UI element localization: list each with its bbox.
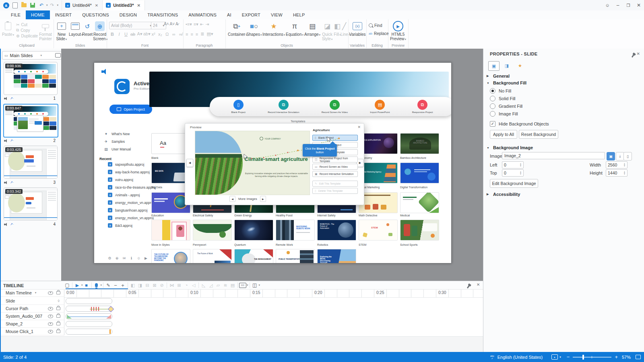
menu-transitions[interactable]: TRANSITIONS bbox=[142, 10, 183, 19]
audio-adjust-icon[interactable]: ≋ bbox=[222, 282, 229, 288]
label-tag-icon[interactable]: ◊ bbox=[58, 299, 60, 303]
fade-in-icon[interactable]: ◺ bbox=[200, 282, 207, 288]
track-row-slide[interactable]: Slide ◊ bbox=[0, 297, 64, 305]
slide-thumbnail-1[interactable]: 0:00.936 bbox=[4, 62, 58, 95]
copy-button[interactable]: ⧉Copy bbox=[16, 27, 38, 33]
preview-device-dropdown[interactable]: ▾ bbox=[559, 356, 561, 359]
align-left-icon[interactable]: ≡ bbox=[186, 32, 188, 37]
slide-audio-object-icon[interactable] bbox=[101, 69, 108, 74]
save-icon[interactable] bbox=[28, 1, 37, 9]
visibility-icon[interactable] bbox=[48, 307, 53, 311]
template-thumb-management[interactable]: THE MANAGEMENT bbox=[234, 249, 273, 263]
undo-icon[interactable]: ↶ bbox=[37, 1, 46, 9]
left-spinner[interactable]: 0▲▼ bbox=[502, 161, 524, 169]
choose-image-button[interactable]: ▣ bbox=[607, 152, 615, 160]
menu-design[interactable]: DESIGN bbox=[114, 10, 142, 19]
bullet-list-icon[interactable]: •≡▾ bbox=[186, 22, 192, 27]
tab-close-icon[interactable]: ✕ bbox=[94, 3, 99, 8]
shape-track-bar[interactable] bbox=[66, 321, 112, 327]
menu-file[interactable]: FILE bbox=[6, 10, 26, 19]
record-video-action[interactable]: ⧉Record Screen As Video bbox=[322, 100, 348, 113]
new-project-icon[interactable] bbox=[10, 1, 19, 9]
new-slide-button[interactable]: + New Slide▾ bbox=[55, 21, 68, 41]
record-narration-icon[interactable] bbox=[93, 282, 100, 288]
visibility-icon[interactable] bbox=[48, 322, 53, 326]
split-icon[interactable]: ⊘ bbox=[158, 282, 165, 288]
freeze-frame-icon[interactable]: ▱ bbox=[215, 282, 222, 288]
menu-help[interactable]: HELP bbox=[288, 10, 310, 19]
layout-button[interactable]: Layout▾ bbox=[69, 21, 82, 37]
template-thumb-quantum[interactable] bbox=[234, 220, 273, 241]
track-row-mouse-click[interactable]: Mouse Click_1 bbox=[0, 328, 64, 335]
recent-file[interactable]: away-back-home.approj bbox=[108, 170, 150, 174]
radio-solid-fill[interactable]: Solid Fill bbox=[490, 96, 516, 101]
tab-close-icon[interactable]: ✕ bbox=[136, 3, 141, 8]
increase-indent-icon[interactable]: ⇥ bbox=[205, 22, 209, 27]
container-button[interactable]: ⧉+ Container▾ bbox=[228, 21, 246, 37]
duplicate-button[interactable]: ⊕Duplicate bbox=[16, 33, 38, 39]
width-spinner[interactable]: 2560▲▼ bbox=[606, 161, 627, 169]
cc-dropdown[interactable]: ▾ bbox=[247, 284, 248, 287]
columns-icon[interactable]: ▤▾ bbox=[206, 31, 213, 37]
template-thumb-stem[interactable]: STEM bbox=[359, 220, 398, 241]
menu-insert[interactable]: INSERT bbox=[50, 10, 77, 19]
narration-dropdown[interactable]: ▾ bbox=[101, 284, 102, 287]
align-right-icon[interactable]: ≡ bbox=[196, 32, 198, 37]
document-tab-untitled3[interactable]: a Untitled3* ✕ bbox=[103, 0, 145, 10]
clear-formatting-icon[interactable]: A̷ bbox=[175, 22, 178, 26]
pin-icon[interactable] bbox=[632, 52, 634, 59]
template-thumb-digital-marketing[interactable]: Digital Marketing Agency bbox=[359, 162, 398, 183]
subscript-icon[interactable]: x₂ bbox=[157, 32, 163, 37]
top-spinner[interactable]: 0▲▼ bbox=[502, 169, 524, 177]
underline-icon[interactable]: U bbox=[123, 32, 129, 37]
blank-project-action[interactable]: ▯Blank Project bbox=[231, 100, 246, 113]
dialog-responsive-from-template-button[interactable]: ◫Responsive Project from Template bbox=[312, 156, 358, 162]
timeline-close-icon[interactable]: ✕ bbox=[477, 282, 480, 287]
find-button[interactable]: Find bbox=[369, 23, 389, 28]
spell-check-icon[interactable]: abc✓ bbox=[490, 355, 494, 360]
recent-file[interactable]: aenergy_motion_vn.approj bbox=[108, 200, 154, 205]
edit-background-image-button[interactable]: Edit Background Image bbox=[490, 179, 538, 188]
timeline-layout-icon[interactable]: ◫ bbox=[251, 282, 258, 288]
template-thumb-move-in-styles[interactable] bbox=[151, 220, 190, 241]
mouse-click-track-bar[interactable] bbox=[66, 329, 112, 335]
settings-icon[interactable]: ⚙ bbox=[107, 256, 112, 260]
template-thumb-bamboo[interactable]: BAMBOO ARCHITECTURE bbox=[400, 133, 439, 154]
superscript-icon[interactable]: x² bbox=[150, 32, 157, 37]
visibility-icon[interactable] bbox=[48, 330, 53, 333]
html5-preview-button[interactable]: ▶ HTML5 Preview▾ bbox=[390, 21, 407, 41]
menu-export[interactable]: EXPORT bbox=[237, 10, 266, 19]
template-thumb-future-of-work[interactable]: The Future of Work bbox=[193, 249, 232, 263]
menu-view[interactable]: VIEW bbox=[266, 10, 288, 19]
language-icon[interactable]: ⊕ bbox=[114, 256, 120, 260]
dialog-edit-template-button[interactable]: ✎Edit This Template bbox=[312, 181, 358, 187]
visibility-icon[interactable] bbox=[48, 291, 53, 295]
main-slides-selector[interactable]: ▭ Main Slides ▾ bbox=[2, 51, 63, 60]
lock-icon[interactable] bbox=[56, 330, 60, 333]
zoom-slider-handle[interactable] bbox=[582, 355, 584, 360]
playback-speed-icon[interactable]: ◔ bbox=[183, 282, 190, 288]
slide-track-bar[interactable] bbox=[66, 298, 112, 304]
lock-icon[interactable] bbox=[56, 307, 60, 310]
record-screen-button[interactable]: ⊕ Record Screen▾ bbox=[93, 21, 107, 41]
zoom-out-icon[interactable]: − bbox=[112, 282, 119, 288]
slide-thumbnail-4[interactable]: 0:03.342 bbox=[4, 187, 58, 220]
cut-range-icon[interactable]: ◧ bbox=[129, 282, 136, 288]
tab-slide-properties[interactable]: ▣ bbox=[488, 61, 500, 71]
numbered-list-icon[interactable]: ≡▾ bbox=[194, 22, 198, 27]
line-button[interactable]: ╱ Line▾ bbox=[341, 21, 348, 37]
visibility-icon[interactable] bbox=[48, 315, 53, 318]
stop-icon[interactable]: ■ bbox=[83, 282, 90, 288]
template-thumb-robotics[interactable]: ROBOTICS - The Future of Automation bbox=[317, 220, 356, 241]
section-general[interactable]: ▶General bbox=[487, 74, 510, 78]
image-name-input[interactable] bbox=[502, 152, 605, 159]
menu-ai[interactable]: AI bbox=[222, 10, 237, 19]
layout-dropdown[interactable]: ▾ bbox=[259, 284, 260, 287]
link-icon[interactable]: ∞ bbox=[171, 32, 177, 37]
format-painter-button[interactable]: Format Painter bbox=[39, 21, 52, 41]
decrease-indent-icon[interactable]: ⇤ bbox=[200, 22, 204, 27]
paste-button[interactable]: Paste▾ bbox=[2, 21, 14, 37]
track-row-cursor-path[interactable]: Cursor Path bbox=[0, 305, 64, 313]
account-icon[interactable]: ☺ bbox=[602, 0, 613, 10]
lock-icon[interactable] bbox=[56, 322, 60, 325]
